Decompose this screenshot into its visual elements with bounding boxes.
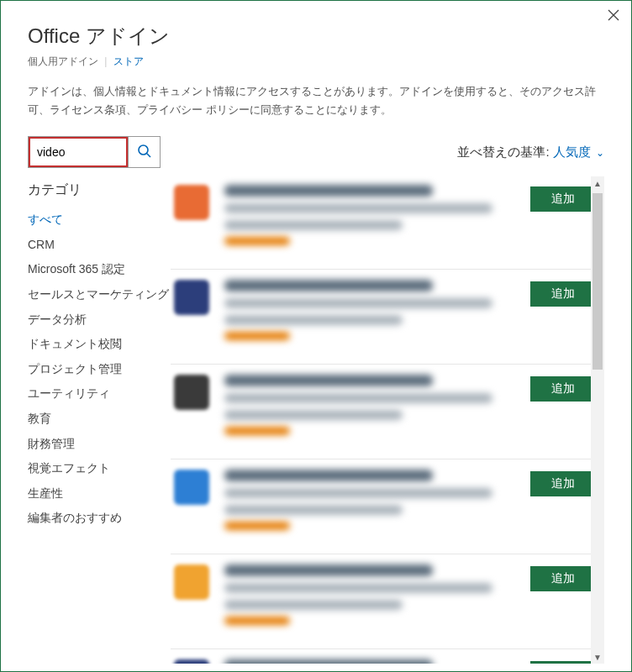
addin-desc xyxy=(224,583,492,593)
sidebar-item[interactable]: 生産性 xyxy=(28,481,171,507)
addin-card[interactable]: 追加 xyxy=(171,365,599,459)
addin-title xyxy=(224,185,433,197)
category-sidebar: カテゴリ すべてCRMMicrosoft 365 認定セールスとマーケティングデ… xyxy=(28,176,171,664)
addin-rating xyxy=(224,427,290,435)
addin-desc xyxy=(224,315,403,325)
addin-icon xyxy=(174,280,209,315)
add-button[interactable]: 追加 xyxy=(530,281,596,307)
addin-body xyxy=(224,470,522,537)
sidebar-item[interactable]: 教育 xyxy=(28,407,171,432)
page-title: Office アドイン xyxy=(28,23,604,50)
search-box xyxy=(28,136,161,168)
addin-title xyxy=(224,659,433,664)
toolbar: 並べ替えの基準: 人気度 ⌄ xyxy=(28,136,604,168)
addin-desc xyxy=(224,600,403,610)
sort-label: 並べ替えの基準: xyxy=(457,144,549,159)
sidebar-header: カテゴリ xyxy=(28,181,171,199)
sidebar-item[interactable]: CRM xyxy=(28,233,171,258)
scroll-thumb[interactable] xyxy=(592,193,603,370)
addin-rating xyxy=(224,617,290,625)
addin-body xyxy=(224,185,522,252)
addin-icon xyxy=(174,185,209,220)
tab-my-addins[interactable]: 個人用アドイン xyxy=(28,55,98,67)
addin-body xyxy=(224,375,522,442)
addin-title xyxy=(224,470,433,481)
addin-desc xyxy=(224,220,403,230)
svg-point-0 xyxy=(139,145,148,155)
addin-desc xyxy=(224,393,492,403)
scrollbar[interactable]: ▲ ▼ xyxy=(591,176,604,664)
search-icon xyxy=(137,144,152,161)
sidebar-item[interactable]: セールスとマーケティング xyxy=(28,282,171,307)
addin-title xyxy=(224,280,433,291)
addin-card[interactable]: 追加 xyxy=(171,180,599,270)
sidebar-item[interactable]: 編集者のおすすめ xyxy=(28,506,171,531)
addin-rating xyxy=(224,237,290,245)
addin-card[interactable]: 追加 xyxy=(171,459,599,554)
svg-line-1 xyxy=(146,153,150,156)
tab-store[interactable]: ストア xyxy=(113,55,144,67)
sidebar-item[interactable]: データ分析 xyxy=(28,307,171,333)
sidebar-item[interactable]: ユーティリティ xyxy=(28,381,171,407)
scroll-up-icon[interactable]: ▲ xyxy=(591,176,604,190)
tab-separator: | xyxy=(104,55,107,67)
addin-card[interactable]: 追加 xyxy=(171,270,599,365)
addin-card[interactable]: 追加 xyxy=(171,554,599,649)
sidebar-item[interactable]: すべて xyxy=(28,207,171,233)
addin-desc xyxy=(224,298,492,308)
addin-rating xyxy=(224,332,290,340)
addin-icon xyxy=(174,564,209,600)
addin-desc xyxy=(224,505,403,515)
sort-control[interactable]: 並べ替えの基準: 人気度 ⌄ xyxy=(457,144,604,160)
add-button[interactable]: 追加 xyxy=(530,471,596,496)
disclaimer-text: アドインは、個人情報とドキュメント情報にアクセスすることがあります。アドインを使… xyxy=(28,82,604,119)
add-button[interactable]: 追加 xyxy=(530,661,596,664)
addin-body xyxy=(224,659,522,664)
add-button[interactable]: 追加 xyxy=(530,186,596,212)
addin-icon xyxy=(174,659,209,664)
sort-value: 人気度 xyxy=(553,144,591,159)
addin-title xyxy=(224,564,433,576)
close-icon[interactable] xyxy=(606,8,621,23)
sidebar-item[interactable]: 財務管理 xyxy=(28,432,171,457)
addin-card[interactable]: 追加 xyxy=(171,649,599,664)
sidebar-item[interactable]: プロジェクト管理 xyxy=(28,357,171,382)
sidebar-item[interactable]: 視覚エフェクト xyxy=(28,456,171,481)
search-input[interactable] xyxy=(29,137,128,167)
tab-bar: 個人用アドイン | ストア xyxy=(28,55,604,69)
addin-desc xyxy=(224,410,403,420)
addin-desc xyxy=(224,203,492,213)
sidebar-item[interactable]: ドキュメント校閲 xyxy=(28,332,171,357)
results-panel: 追加追加追加追加追加追加 ▲ ▼ xyxy=(171,176,604,664)
dialog-content: Office アドイン 個人用アドイン | ストア アドインは、個人情報とドキュ… xyxy=(1,1,631,664)
chevron-down-icon: ⌄ xyxy=(596,147,604,159)
add-button[interactable]: 追加 xyxy=(530,566,596,591)
addins-dialog: Office アドイン 個人用アドイン | ストア アドインは、個人情報とドキュ… xyxy=(0,0,632,672)
addin-title xyxy=(224,375,433,386)
addin-body xyxy=(224,564,522,632)
search-button[interactable] xyxy=(128,137,160,167)
addin-body xyxy=(224,280,522,347)
addin-desc xyxy=(224,488,492,498)
addin-rating xyxy=(224,522,290,530)
addin-icon xyxy=(174,375,209,410)
body-row: カテゴリ すべてCRMMicrosoft 365 認定セールスとマーケティングデ… xyxy=(28,176,604,664)
scroll-down-icon[interactable]: ▼ xyxy=(591,650,604,664)
add-button[interactable]: 追加 xyxy=(530,376,596,402)
addin-icon xyxy=(174,470,209,505)
sidebar-item[interactable]: Microsoft 365 認定 xyxy=(28,257,171,282)
